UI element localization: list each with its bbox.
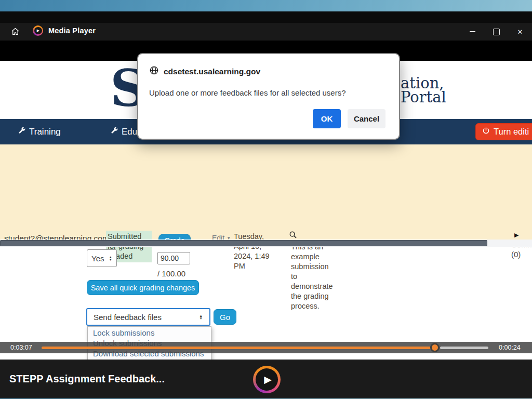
power-icon [482,127,490,137]
seek-bar: 0:03:07 0:00:24 [0,342,532,353]
site-title: ation, Portal [401,76,446,104]
date-line: 2024, 1:49 [234,251,270,261]
play-button[interactable]: ▶ [253,366,281,393]
select-arrows-icon: ▲ ▼ [200,314,203,320]
close-button[interactable]: ✕ [508,23,532,41]
turn-editing-label: Turn editi [494,127,529,137]
submission-line: process. [291,301,330,311]
media-player-logo-icon: ▶ [33,25,43,36]
wrench-icon [18,126,26,137]
nav-item-education[interactable]: Edu [110,119,137,144]
date-line: PM [234,261,270,271]
arrow-down-icon: ▼ [200,317,203,320]
scrollbar-thumb[interactable] [0,240,487,246]
submission-line: the grading [291,291,330,301]
play-glyph: ▶ [34,27,42,34]
grade-max: / 100.00 [157,269,185,278]
maximize-button[interactable] [484,23,508,41]
minimize-button[interactable] [460,23,484,41]
submission-line: example [291,252,330,262]
select-arrows-icon: ▲ ▼ [109,256,112,261]
media-title: STEPP Assignment Feedback... [9,373,165,385]
go-button[interactable]: Go [214,309,236,325]
save-quick-grading-button[interactable]: Save all quick grading changes [87,280,199,295]
play-icon: ▶ [256,368,278,391]
submission-text: This is an example submission to demonst… [291,242,330,311]
nav-item-training[interactable]: Training [18,119,61,144]
maximize-icon [493,29,500,35]
submission-line: submission [291,262,330,272]
nav-item-label: Training [29,127,61,137]
home-button[interactable] [5,25,25,39]
comments-count: (0) [511,250,521,259]
nav-item-label: Edu [122,127,137,137]
turn-editing-button[interactable]: Turn editi [475,123,532,140]
remaining-time: 0:00:24 [499,344,521,351]
seek-track[interactable] [440,347,488,349]
confirm-dialog: cdsetest.usalearning.gov Upload one or m… [137,53,400,140]
elapsed-time: 0:03:07 [10,344,32,351]
ok-button[interactable]: OK [313,109,341,128]
horizontal-scrollbar[interactable] [0,240,532,247]
dialog-message: Upload one or more feedback files for al… [149,88,346,97]
close-icon: ✕ [517,29,523,35]
window-title: Media Player [48,26,96,35]
window-controls: ✕ [460,23,532,41]
submission-line: demonstrate [291,282,330,291]
expand-triangle-icon[interactable]: ▶ [514,231,532,240]
submission-date: Tuesday, April 16, 2024, 1:49 PM [234,232,270,271]
grade-input[interactable] [157,252,190,264]
seek-progress[interactable] [42,347,431,349]
select-value: Send feedback files [94,313,162,322]
globe-icon [149,65,159,77]
site-title-line2: Portal [401,90,446,104]
bulk-action-select[interactable]: Send feedback files ▲ ▼ [86,308,210,326]
dialog-domain: cdsetest.usalearning.gov [164,67,260,76]
notify-students-select[interactable]: Yes ▲ ▼ [87,249,117,267]
home-icon [10,26,20,38]
minimize-icon [470,31,475,32]
submission-line: to [291,272,330,282]
dropdown-option-lock[interactable]: Lock submissions [88,328,211,338]
wrench-icon [110,126,118,137]
seek-handle[interactable] [430,343,440,352]
cancel-button[interactable]: Cancel [348,109,385,128]
desktop: S ation, Portal Training Edu [0,0,532,399]
grading-table-row: student2@stepplearning.com Submitted for… [0,144,532,240]
dialog-header: cdsetest.usalearning.gov [149,65,260,77]
arrow-down-icon: ▼ [109,258,112,261]
select-value: Yes [91,254,104,263]
